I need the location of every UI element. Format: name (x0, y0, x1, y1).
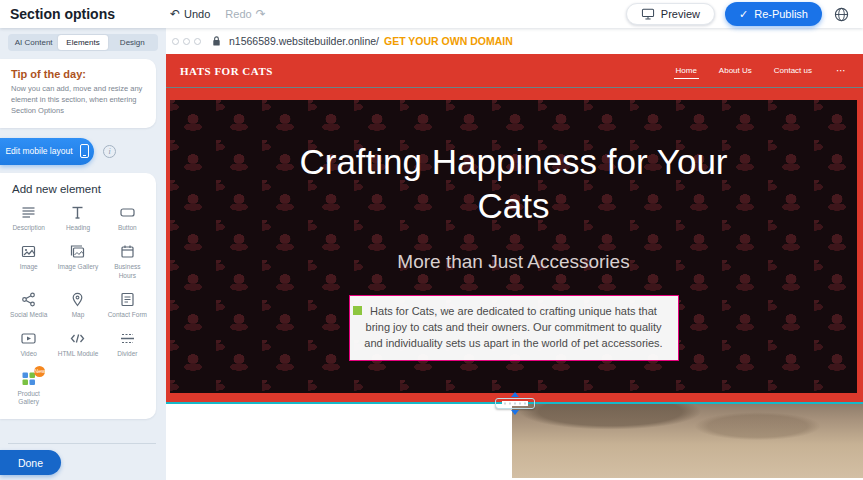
element-label: Business Hours (105, 263, 149, 280)
nav-more-icon[interactable]: ⋯ (836, 65, 847, 76)
undo-icon: ↶ (170, 7, 180, 21)
app-window: Section options ↶ Undo Redo ↷ Preview ✓ … (0, 0, 863, 480)
sidebar: AI Content Elements Design Tip of the da… (0, 28, 166, 480)
button-icon (119, 204, 136, 221)
element-label: Image (20, 263, 38, 271)
tip-of-the-day-card: Tip of the day: Now you can add, move an… (0, 59, 156, 128)
undo-label: Undo (184, 8, 210, 20)
language-globe-button[interactable] (834, 7, 849, 22)
tip-title: Tip of the day: (11, 68, 144, 80)
preview-label: Preview (661, 8, 700, 20)
globe-icon (834, 7, 849, 22)
undo-button[interactable]: ↶ Undo (170, 7, 210, 21)
tip-body: Now you can add, move and resize any ele… (11, 84, 144, 117)
element-heading[interactable]: Heading (53, 204, 102, 232)
drag-handle-icon[interactable] (353, 306, 362, 315)
browser-chrome: n1566589.websitebuilder.online/ GET YOUR… (166, 28, 863, 54)
add-new-element-title: Add new element (4, 183, 152, 195)
html-module-icon (69, 330, 86, 347)
done-button[interactable]: Done (0, 450, 61, 475)
element-map[interactable]: Map (53, 291, 102, 319)
social-media-icon (20, 291, 37, 308)
redo-icon: ↷ (256, 7, 266, 21)
site-logo[interactable]: HATS FOR CATS (180, 65, 273, 77)
element-description[interactable]: Description (4, 204, 53, 232)
lock-icon (211, 35, 222, 47)
info-icon[interactable]: i (103, 145, 116, 158)
edit-mobile-layout-button[interactable]: Edit mobile layout (0, 138, 94, 165)
tab-elements[interactable]: Elements (58, 35, 107, 50)
heading-icon (69, 204, 86, 221)
element-label: Product Gallery (7, 390, 51, 407)
business-hours-icon (119, 243, 136, 260)
site-header[interactable]: HATS FOR CATS Home About Us Contact us ⋯ (166, 54, 863, 87)
hero-paragraph-box-selected[interactable]: Hats for Cats, we are dedicated to craft… (349, 295, 679, 361)
element-business-hours[interactable]: Business Hours (103, 243, 152, 280)
element-html-module[interactable]: HTML Module (53, 330, 102, 358)
element-contact-form[interactable]: Contact Form (103, 291, 152, 319)
get-domain-link[interactable]: GET YOUR OWN DOMAIN (384, 35, 513, 47)
tab-ai-content[interactable]: AI Content (9, 35, 58, 50)
page-title: Section options (10, 6, 170, 22)
element-label: HTML Module (58, 350, 99, 358)
section-resize-handle[interactable] (495, 392, 535, 415)
hero-paragraph: Hats for Cats, we are dedicated to craft… (364, 305, 662, 349)
check-icon: ✓ (739, 8, 748, 21)
hero-heading[interactable]: Crafting Happiness for Your Cats (294, 140, 734, 228)
element-label: Image Gallery (58, 263, 98, 271)
browser-dot-icon (183, 38, 190, 45)
monitor-icon (641, 8, 655, 20)
element-label: Video (20, 350, 37, 358)
browser-dot-icon (172, 38, 179, 45)
edit-mobile-label: Edit mobile layout (5, 146, 72, 156)
element-label: Contact Form (108, 311, 147, 319)
resize-arrow-down-icon (511, 410, 519, 415)
element-image-gallery[interactable]: Image Gallery (53, 243, 102, 280)
element-label: Heading (66, 224, 90, 232)
tab-design[interactable]: Design (108, 35, 157, 50)
element-divider[interactable]: Divider (103, 330, 152, 358)
next-section[interactable] (166, 404, 863, 478)
site-url: n1566589.websitebuilder.online/ (229, 35, 379, 47)
element-label: Description (12, 224, 45, 232)
browser-dot-icon (194, 38, 201, 45)
element-image[interactable]: Image (4, 243, 53, 280)
phone-icon (80, 144, 89, 158)
editor-canvas: n1566589.websitebuilder.online/ GET YOUR… (166, 28, 863, 480)
republish-button[interactable]: ✓ Re-Publish (725, 2, 822, 26)
site-nav: Home About Us Contact us ⋯ (674, 60, 848, 81)
image-gallery-icon (69, 243, 86, 260)
history-controls: ↶ Undo Redo ↷ (170, 7, 266, 21)
resize-arrow-up-icon (511, 392, 519, 397)
preview-button[interactable]: Preview (626, 3, 715, 25)
redo-label: Redo (225, 8, 251, 20)
add-new-element-panel: Add new element Description (0, 173, 156, 419)
element-social-media[interactable]: Social Media (4, 291, 53, 319)
next-section-image[interactable] (512, 404, 863, 478)
nav-home[interactable]: Home (674, 60, 699, 81)
video-icon (20, 330, 37, 347)
redo-button[interactable]: Redo ↷ (225, 7, 265, 21)
description-icon (20, 204, 37, 221)
element-label: Button (118, 224, 137, 232)
nav-contact[interactable]: Contact us (772, 60, 814, 81)
image-icon (20, 243, 37, 260)
nav-about[interactable]: About Us (717, 60, 754, 81)
element-button[interactable]: Button (103, 204, 152, 232)
element-video[interactable]: Video (4, 330, 53, 358)
element-label: Map (72, 311, 85, 319)
hero-section-selected[interactable]: Crafting Happiness for Your Cats More th… (166, 87, 863, 404)
mobile-layout-row: Edit mobile layout i (0, 138, 166, 165)
element-product-gallery[interactable]: New Product Gallery (4, 370, 53, 407)
sidebar-divider (8, 443, 156, 444)
new-badge: New (34, 366, 45, 377)
element-label: Social Media (10, 311, 47, 319)
resize-grip-icon[interactable] (495, 398, 535, 409)
top-toolbar: Section options ↶ Undo Redo ↷ Preview ✓ … (0, 0, 863, 28)
site-preview: HATS FOR CATS Home About Us Contact us ⋯… (166, 54, 863, 480)
republish-label: Re-Publish (754, 8, 808, 20)
divider-icon (119, 330, 136, 347)
hero-subheading[interactable]: More than Just Accessories (397, 251, 629, 273)
hero-background-image[interactable]: Crafting Happiness for Your Cats More th… (170, 100, 857, 393)
contact-form-icon (119, 291, 136, 308)
